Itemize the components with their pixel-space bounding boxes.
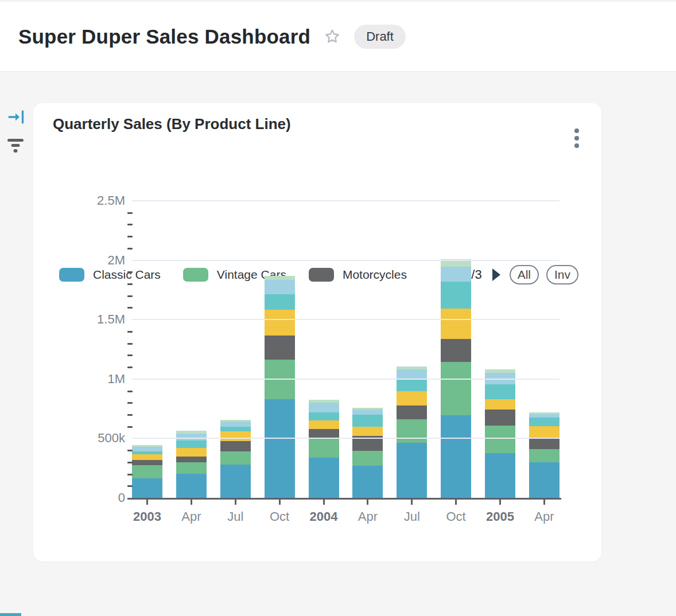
bar-segment[interactable] (441, 415, 471, 498)
bar-segment[interactable] (397, 391, 427, 405)
bar-segment[interactable] (265, 280, 295, 294)
bar-segment[interactable] (352, 466, 383, 498)
bar-segment[interactable] (265, 399, 295, 498)
x-axis-tick (455, 500, 457, 505)
arrow-to-bar-icon (8, 109, 25, 125)
bar-segment[interactable] (397, 369, 427, 379)
bar-apr[interactable] (176, 431, 207, 498)
y-axis-minor-tick (127, 295, 133, 297)
bar-segment[interactable] (132, 465, 162, 478)
bar-segment[interactable] (485, 410, 515, 426)
bar-segment[interactable] (352, 410, 383, 415)
star-icon (323, 28, 341, 46)
bar-segment[interactable] (309, 438, 339, 457)
x-axis-tick (146, 500, 148, 505)
bar-segment[interactable] (485, 384, 515, 399)
bar-segment[interactable] (132, 454, 162, 460)
bar-segment[interactable] (309, 458, 339, 498)
bar-segment[interactable] (176, 440, 207, 448)
bar-2004[interactable] (309, 400, 339, 498)
bar-segment[interactable] (265, 276, 295, 280)
x-axis-label: Jul (397, 509, 427, 524)
filter-button[interactable] (7, 139, 24, 154)
chart-menu-button[interactable] (574, 128, 579, 151)
y-axis-minor-tick (127, 248, 133, 249)
x-axis-label: Apr (176, 509, 207, 524)
bar-jul[interactable] (220, 420, 251, 498)
y-axis-minor-tick (127, 343, 133, 345)
bar-segment[interactable] (265, 294, 295, 310)
bar-segment[interactable] (397, 443, 427, 498)
favorite-star-button[interactable] (323, 28, 341, 46)
bar-segment[interactable] (176, 462, 207, 474)
bar-segment[interactable] (265, 336, 295, 360)
gridline (132, 438, 560, 439)
y-axis-minor-tick (127, 426, 133, 428)
bar-segment[interactable] (132, 447, 162, 452)
bar-segment[interactable] (485, 453, 515, 498)
bar-segment[interactable] (397, 379, 427, 392)
bar-segment[interactable] (529, 426, 560, 437)
bar-segment[interactable] (441, 267, 471, 282)
x-axis-tick (323, 500, 325, 505)
bar-segment[interactable] (441, 339, 471, 362)
bar-2003[interactable] (132, 445, 162, 498)
collapse-panel-button[interactable] (8, 109, 25, 127)
bar-segment[interactable] (309, 429, 339, 439)
y-axis-label: 1M (56, 372, 125, 387)
bar-segment[interactable] (220, 422, 251, 427)
bar-segment[interactable] (441, 362, 471, 415)
x-axis-label: Oct (441, 509, 471, 524)
bar-segment[interactable] (176, 434, 207, 440)
bar-2005[interactable] (485, 369, 515, 498)
bar-segment[interactable] (441, 309, 471, 340)
bar-segment[interactable] (529, 462, 560, 498)
x-axis-label: Apr (352, 509, 383, 524)
bar-segment[interactable] (176, 474, 207, 498)
bar-segment[interactable] (176, 448, 207, 457)
x-axis-tick (191, 500, 192, 505)
y-axis-minor-tick (127, 236, 133, 237)
chart-title: Quarterly Sales (By Product Line) (53, 115, 291, 133)
bar-segment[interactable] (176, 457, 207, 462)
bar-segment[interactable] (485, 399, 515, 410)
bar-segment[interactable] (220, 465, 251, 498)
bar-segment[interactable] (132, 478, 162, 498)
bar-segment[interactable] (220, 451, 251, 465)
bar-segment[interactable] (309, 403, 339, 413)
bar-segment[interactable] (397, 406, 427, 420)
bar-segment[interactable] (309, 412, 339, 420)
bar-segment[interactable] (352, 415, 383, 427)
bar-jul[interactable] (397, 367, 427, 498)
bar-apr[interactable] (529, 412, 560, 498)
bar-segment[interactable] (441, 282, 471, 308)
gridline (132, 319, 560, 320)
y-axis-minor-tick (127, 474, 133, 475)
bar-segment[interactable] (265, 310, 295, 336)
bar-segment[interactable] (485, 426, 515, 453)
y-axis-label: 2M (56, 253, 125, 268)
bar-apr[interactable] (352, 408, 383, 498)
y-axis-minor-tick (127, 450, 133, 451)
y-axis-minor-tick (127, 367, 133, 368)
bar-segment[interactable] (309, 420, 339, 429)
bar-segment[interactable] (352, 427, 383, 436)
x-axis-label: Apr (529, 509, 560, 524)
x-axis-tick (411, 500, 413, 505)
bar-segment[interactable] (220, 441, 251, 451)
bar-segment[interactable] (529, 438, 560, 449)
y-axis-minor-tick (127, 271, 133, 273)
bar-segment[interactable] (397, 419, 427, 442)
gridline (132, 379, 560, 380)
bar-segment[interactable] (529, 449, 560, 462)
bar-segment[interactable] (352, 451, 383, 466)
bar-oct[interactable] (265, 276, 295, 498)
bar-segment[interactable] (529, 418, 560, 427)
bar-segment[interactable] (220, 427, 251, 431)
clipped-card-edge (0, 613, 21, 616)
filter-icon (7, 139, 24, 154)
y-axis-minor-tick (127, 485, 133, 487)
y-axis-minor-tick (127, 414, 133, 416)
bar-segment[interactable] (220, 431, 251, 441)
bar-segment[interactable] (132, 460, 162, 465)
